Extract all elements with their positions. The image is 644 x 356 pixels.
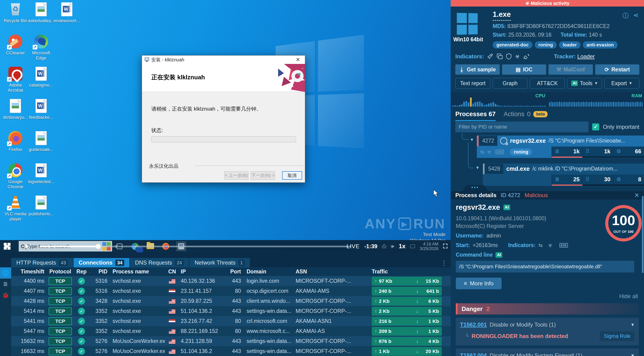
syringe-icon[interactable] [523,53,530,59]
ioc-button[interactable]: ▤IOC [502,64,546,75]
attck-button[interactable]: ATT&CK [530,78,565,89]
share-icon[interactable]: ⋖ [633,12,638,19]
files-count-chip[interactable]: 🗎1k [552,146,582,158]
graph-button[interactable]: Graph [493,78,528,89]
hide-all-link[interactable]: Hide all [456,293,639,300]
network-tab-dns-requests[interactable]: DNS Requests24 [130,258,189,267]
debug-view-icon[interactable]: 🐞 [0,290,11,301]
connection-row[interactable]: 5447 msTCP✓3352svchost.exe88.221.169.152… [11,326,451,336]
column-header[interactable]: Rep [74,269,89,275]
column-header[interactable]: ASN [292,269,358,275]
screenshot-icon[interactable]: ⎙ [382,243,386,249]
restart-button[interactable]: ⟳Restart [595,64,640,75]
desktop-icon[interactable]: guidessale... [28,131,55,152]
desktop-icon[interactable]: dictionaryu... [2,98,29,120]
sample-tag[interactable]: anti-evasion [583,41,618,48]
volume-slider-knob[interactable] [96,244,101,249]
malconf-button[interactable]: ⚒MalConf [548,64,593,75]
desktop-icon[interactable]: Recycle Bin [2,2,29,23]
tracker-link[interactable]: Loader [577,53,595,59]
connection-row[interactable]: 5414 msTCP✓3352svchost.exe51.104.136.244… [11,306,451,316]
desktop-icon[interactable]: ↗CCleaner [2,34,29,55]
installer-dialog[interactable]: 安装 - klklznuah ✕ 正在安装 klklznuah [142,55,305,183]
modules-count-chip[interactable]: ⠿1k [582,146,613,158]
installer-title-bar[interactable]: 安装 - klklznuah ✕ [142,55,305,64]
desktop-icon[interactable]: Wfeedbacke... [28,98,55,120]
network-view-icon[interactable]: 🌐 [0,267,11,279]
volume-icon[interactable]: 🕩 [23,241,28,251]
desktop-icon[interactable]: publisherlo... [28,195,55,217]
column-header[interactable]: Traffic [358,269,451,275]
technique-link[interactable]: T1562.001 [460,322,487,328]
export-button[interactable]: Export▼ [604,78,639,89]
command-line-value[interactable]: /S "C:\Program Files\Snieoatwtregoable\S… [456,261,634,273]
desktop-icon[interactable]: ↗Microsoft Edge [28,34,55,61]
tools-button[interactable]: AITools▼ [567,78,602,89]
sigma-rule-button[interactable]: Sigma Rule [600,331,635,341]
files-count-chip[interactable]: 🗎25 [552,174,582,186]
scrollbar-thumb[interactable] [642,196,644,273]
ai-badge[interactable]: AI [504,205,510,210]
get-sample-button[interactable]: ⭳Get sample [455,64,500,75]
desktop-icon[interactable]: ↗Adobe Acrobat [2,66,29,93]
volume-slider[interactable] [40,246,352,247]
cancel-button[interactable]: 取消 [282,171,302,180]
shield-icon[interactable] [506,53,512,59]
desktop-icon[interactable]: ↗Google Chrome [2,163,29,189]
biohazard-icon[interactable]: ☣ [515,53,520,60]
rocket-icon[interactable] [487,53,494,59]
windows-desktop[interactable]: Recycle Binaskedvalley...Wreviewsnort...… [0,0,451,252]
more-options-icon[interactable]: ⋮ [441,259,448,267]
only-important-checkbox[interactable]: ✓ [592,123,599,130]
connection-row[interactable]: 16632 msTCP✓5276MoUsoCoreWorker.exe51.10… [11,346,451,356]
desktop-icon[interactable]: Wlogselected... [28,163,55,184]
network-tab-connections[interactable]: Connections34 [74,258,130,267]
close-icon[interactable]: ✕ [634,192,639,199]
info-icon[interactable]: ⓘ [622,12,628,20]
sample-tag[interactable]: roning [535,41,557,48]
windows-copies-icon[interactable] [497,53,503,59]
sample-name[interactable]: 1.exe [493,10,511,21]
events-count-chip[interactable]: ⚙66 [613,146,644,158]
desktop-icon[interactable]: Wreviewsnort... [53,2,80,23]
files-view-icon[interactable]: 🗎 [0,279,11,290]
column-header[interactable]: Process name [109,269,165,275]
sample-tag[interactable]: loader [559,41,580,48]
column-header[interactable]: Domain [243,269,292,275]
chevron-down-icon[interactable]: ▼ [630,353,635,356]
connection-row[interactable]: 4400 msTCP✓5316svchost.exe40.126.32.1364… [11,276,451,286]
danger-section-header[interactable]: Danger 2 [456,303,639,315]
taskbar[interactable]: Type here to search ▶ 🕩 LIVE -1:39 ⎙ [0,240,451,252]
connection-row[interactable]: 4428 msTCP✓3428svchost.exe20.59.87.22544… [11,296,451,306]
network-tab-http-requests[interactable]: HTTP Requests43 [11,258,73,267]
column-header[interactable]: IP [179,269,223,275]
play-button-icon[interactable]: ▶ [5,242,9,250]
text-report-button[interactable]: Text report [455,78,490,89]
process-filter-input[interactable]: Filter by PID or name [455,122,588,132]
column-header[interactable]: Protocol [46,269,74,275]
connection-row[interactable]: 5441 msTCP✓3352svchost.exe23.216.77.4280… [11,316,451,326]
events-count-chip[interactable]: ⚙8 [613,174,644,186]
connection-row[interactable]: 15632 msTCP✓5276MoUsoCoreWorker.exe4.231… [11,336,451,346]
tab-actions[interactable]: Actions 0 beta [504,111,548,121]
process-row-cmd[interactable]: 5428 cmd.exe /c mklink /D "C:\ProgramDat… [483,164,644,186]
desktop-icon[interactable]: ↗Firefox [2,131,29,152]
desktop-icon[interactable]: ↗VLC media player [2,195,29,222]
column-header[interactable]: Timeshift [11,269,46,275]
chevron-down-icon[interactable]: ▼ [630,323,635,327]
tab-processes[interactable]: Processes 67 [455,111,496,121]
column-header[interactable]: PID [89,269,109,275]
connection-row[interactable]: 4407 msTCP✓5316svchost.exe23.11.41.15780… [11,286,451,296]
playback-speed[interactable]: 1x [399,243,406,250]
sample-tag[interactable]: generated-doc [493,41,532,48]
technique-link[interactable]: T1562.004 [460,352,487,356]
column-header[interactable]: CN [165,269,179,275]
network-tab-network-threats[interactable]: Network Threats1 [189,258,250,267]
desktop-icon[interactable]: Wcatalogmo... [28,66,55,88]
collapse-arrow-icon[interactable]: ▼ [470,137,474,142]
process-row-regsvr32[interactable]: 4272 regsvr32.exe /S "C:\Program Files\S… [477,136,644,158]
modules-count-chip[interactable]: ⠿30 [582,174,613,186]
ai-badge[interactable]: AI [496,252,502,258]
collapse-arrow-icon[interactable]: ▼ [476,165,480,170]
column-header[interactable]: Port [223,269,243,275]
